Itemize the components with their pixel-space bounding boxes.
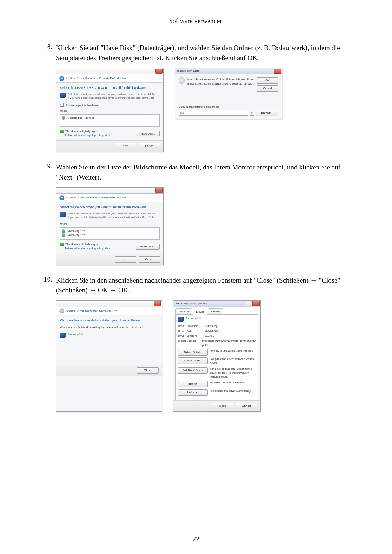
model-list-item[interactable]: Samsung **** xyxy=(67,233,85,237)
rollback-driver-button[interactable]: Roll Back Driver xyxy=(178,367,208,374)
back-icon[interactable]: ◄ xyxy=(59,195,64,200)
wizard-description: Select the manufacturer and model of you… xyxy=(68,93,160,100)
breadcrumb: Update Driver Software - Generic PnP Mon… xyxy=(66,76,126,81)
dialog-update-driver: ◄ Update Driver Software - Generic PnP M… xyxy=(56,68,164,152)
wizard-heading: Select the device driver you want to ins… xyxy=(60,205,160,210)
monitor-icon xyxy=(178,317,184,322)
close-icon[interactable] xyxy=(252,301,260,306)
disable-button[interactable]: Disable xyxy=(178,381,208,387)
wizard-heading: Select the device driver you want to ins… xyxy=(60,86,160,90)
dialog-install-from-disk: Install From Disk Insert the manufacture… xyxy=(175,68,282,119)
have-disk-button[interactable]: Have Disk... xyxy=(136,244,160,250)
update-driver-button[interactable]: Update Driver... xyxy=(178,357,208,364)
uninstall-button[interactable]: Uninstall xyxy=(178,389,208,396)
close-icon[interactable] xyxy=(155,69,163,74)
titlebar xyxy=(56,301,162,307)
chevron-down-icon[interactable]: ▾ xyxy=(250,110,254,116)
date-value: 4/14/2005 xyxy=(205,329,219,333)
dialog-update-driver-model: ◄ Update Driver Software - Generic PnP M… xyxy=(56,187,164,265)
browse-button[interactable]: Browse... xyxy=(256,110,278,116)
signing-link[interactable]: Tell me why driver signing is important xyxy=(65,247,111,250)
monitor-icon xyxy=(60,212,66,217)
path-dropdown[interactable]: D:\ xyxy=(179,110,248,116)
step-number: 8. xyxy=(40,43,56,152)
version-value: 2.0.0.0 xyxy=(205,334,214,338)
step-text: Klicken Sie in den anschießend nacheinan… xyxy=(56,275,352,295)
provider-value: Samsung xyxy=(205,324,218,328)
update-driver-note: To update the driver software for this d… xyxy=(210,357,256,365)
titlebar: Install From Disk xyxy=(175,68,282,74)
titlebar xyxy=(56,68,163,74)
disk-icon xyxy=(179,77,185,84)
monitor-icon xyxy=(60,333,66,338)
breadcrumb: Update Driver Software - Samsung **** xyxy=(66,309,117,313)
model-listbox[interactable]: Samsung **** Samsung **** xyxy=(60,227,160,240)
tab-details[interactable]: Details xyxy=(208,308,223,315)
back-icon[interactable]: ◄ xyxy=(59,76,64,81)
device-name: Samsung **** xyxy=(68,333,83,336)
wizard-nav: ◄ Update Driver Software - Samsung **** xyxy=(56,307,162,315)
disable-note: Disables the selected device. xyxy=(210,381,256,385)
monitor-item-icon xyxy=(62,116,65,120)
wizard-heading: Windows has successfully updated your dr… xyxy=(60,318,158,323)
breadcrumb: Update Driver Software - Generic PnP Mon… xyxy=(66,196,126,200)
close-button[interactable]: Close xyxy=(137,367,159,374)
tab-general[interactable]: General xyxy=(175,308,192,315)
signer-label: Digital Signer: xyxy=(178,339,200,347)
show-compatible-checkbox[interactable] xyxy=(60,103,64,107)
ok-button[interactable]: OK xyxy=(257,77,278,84)
step-text: Wählen Sie in der Liste der Bildschirme … xyxy=(56,162,352,182)
page-number: 22 xyxy=(0,535,392,543)
monitor-icon xyxy=(60,93,66,98)
titlebar xyxy=(56,188,163,194)
close-icon[interactable] xyxy=(155,188,163,193)
cancel-button[interactable]: Cancel xyxy=(257,85,278,92)
copy-from-label: Copy manufacturer's files from: xyxy=(179,105,278,109)
signed-text: This driver is digitally signed. xyxy=(65,243,100,246)
model-list-label: Model xyxy=(60,222,160,226)
have-disk-button[interactable]: Have Disk... xyxy=(136,131,160,136)
date-label: Driver Date: xyxy=(178,329,203,333)
version-label: Driver Version: xyxy=(178,334,203,338)
model-listbox[interactable]: Generic PnP Monitor xyxy=(60,114,160,127)
signer-value: microsoft windows hardware compatibility… xyxy=(202,339,256,347)
monitor-item-icon xyxy=(62,229,65,233)
dialog-title: Samsung **** Properties xyxy=(175,301,207,306)
install-disk-desc: Insert the manufacturer's installation d… xyxy=(187,77,254,86)
step-number: 10. xyxy=(40,275,56,412)
dialog-update-complete: ◄ Update Driver Software - Samsung **** … xyxy=(56,300,162,412)
signing-link[interactable]: Tell me why driver signing is important xyxy=(65,134,111,137)
wizard-description: Windows has finished installing the driv… xyxy=(60,325,158,329)
model-list-item[interactable]: Samsung **** xyxy=(67,229,85,233)
show-compatible-label: Show compatible hardware xyxy=(66,104,98,107)
cancel-button[interactable]: Cancel xyxy=(139,256,160,263)
shield-icon xyxy=(60,130,64,133)
step-text: Klicken Sie auf "Have Disk" (Datenträger… xyxy=(56,43,352,63)
driver-details-button[interactable]: Driver Details xyxy=(178,349,208,356)
back-icon: ◄ xyxy=(59,308,64,313)
monitor-item-icon xyxy=(62,233,65,237)
header-rule xyxy=(40,28,352,28)
wizard-description: Select the manufacturer and model of you… xyxy=(68,212,160,219)
titlebar: Samsung **** Properties xyxy=(173,301,260,307)
close-button[interactable]: Close xyxy=(212,403,233,409)
close-icon[interactable] xyxy=(274,69,281,74)
cancel-button[interactable]: Cancel xyxy=(236,403,257,409)
wizard-nav: ◄ Update Driver Software - Generic PnP M… xyxy=(56,74,163,83)
next-button[interactable]: Next xyxy=(115,256,136,263)
model-list-item[interactable]: Generic PnP Monitor xyxy=(67,116,94,119)
cancel-button[interactable]: Cancel xyxy=(139,143,160,149)
next-button[interactable]: Next xyxy=(115,143,136,149)
wizard-nav: ◄ Update Driver Software - Generic PnP M… xyxy=(56,194,163,202)
model-list-label: Model xyxy=(60,109,160,113)
dialog-properties: Samsung **** Properties General Driver D… xyxy=(173,300,261,412)
help-icon[interactable] xyxy=(245,301,252,306)
close-icon[interactable] xyxy=(154,301,161,306)
shield-icon xyxy=(60,243,64,246)
provider-label: Driver Provider: xyxy=(178,324,203,328)
rollback-driver-note: If the device fails after updating the d… xyxy=(210,367,256,379)
page-header: Software verwenden xyxy=(40,17,352,28)
tab-driver[interactable]: Driver xyxy=(193,309,207,315)
device-name: Samsung **** xyxy=(186,317,201,320)
driver-details-note: To view details about the driver files. xyxy=(210,349,256,353)
